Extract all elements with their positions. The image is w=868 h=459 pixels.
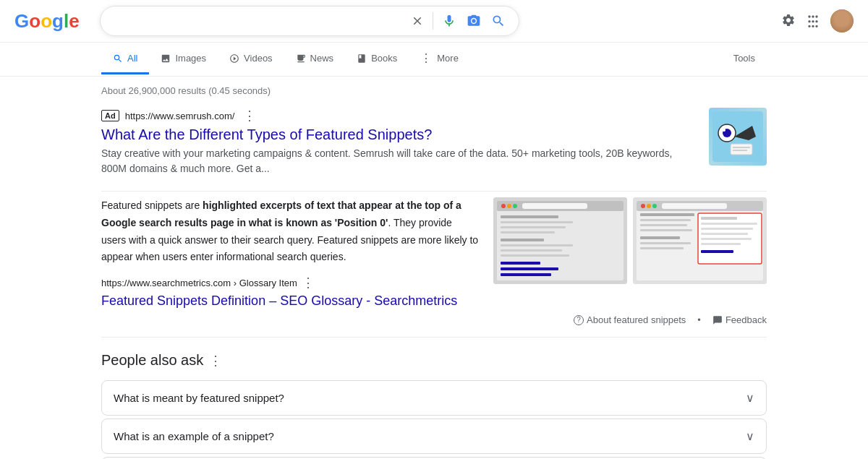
svg-rect-4 [731,144,752,155]
tab-more-label: More [437,53,459,64]
ad-header: Ad https://www.semrush.com/ ⋮ [101,108,697,124]
search-button[interactable] [490,12,507,30]
clear-button[interactable] [409,13,425,29]
search-icons [409,12,507,30]
svg-rect-15 [501,221,573,223]
close-icon [411,14,424,27]
avatar-image [830,9,854,33]
people-also-ask-section: People also ask ⋮ What is meant by featu… [101,352,767,459]
header: G o o g l e what is a featured snippet [0,0,868,43]
svg-point-10 [501,204,506,208]
ad-image-svg [712,111,763,162]
tab-images[interactable]: Images [149,44,218,74]
header-right [781,9,854,33]
apps-button[interactable] [806,13,820,30]
snippet-left: Featured snippets are highlighted excerp… [101,197,479,309]
paa-question-1-text: What is meant by featured snippet? [114,392,284,404]
svg-point-30 [652,204,657,208]
about-featured-snippets-button[interactable]: ? About featured snippets [574,314,686,325]
snippet-image-2-svg [633,197,767,284]
tab-books[interactable]: Books [345,44,409,74]
grid-icon [806,13,820,27]
svg-point-12 [513,204,517,208]
divider [433,12,433,30]
svg-rect-20 [501,249,562,252]
tab-tools[interactable]: Tools [722,44,767,74]
tab-all-label: All [127,53,137,64]
feedback-label: Feedback [726,314,767,325]
feedback-button[interactable]: Feedback [712,314,767,325]
svg-rect-34 [701,223,757,225]
voice-search-button[interactable] [441,12,458,30]
svg-rect-13 [522,203,587,209]
svg-rect-41 [640,219,691,221]
tab-videos[interactable]: Videos [218,44,284,74]
tab-videos-label: Videos [244,53,273,64]
main-content: About 26,900,000 results (0.45 seconds) … [0,77,868,459]
svg-rect-40 [640,213,694,216]
ad-description: Stay creative with your marketing campai… [101,146,697,176]
svg-rect-43 [640,229,692,231]
svg-point-29 [647,204,651,208]
svg-rect-42 [640,224,687,226]
camera-icon [467,14,481,28]
paa-title: People also ask [101,352,203,369]
chevron-down-icon-2: ∨ [746,429,754,443]
logo-letter-o2: o [41,10,52,33]
logo-letter-l: l [64,10,69,33]
featured-snippet: Featured snippets are highlighted excerp… [101,197,767,338]
ad-url: https://www.semrush.com/ [125,111,235,121]
question-icon: ? [574,315,584,325]
paa-header: People also ask ⋮ [101,352,767,369]
chevron-down-icon-1: ∨ [746,391,754,405]
svg-rect-33 [701,217,737,220]
snippet-image-2 [633,197,767,284]
svg-point-28 [641,204,645,208]
snippet-link[interactable]: Featured Snippets Definition – SEO Gloss… [101,293,479,309]
settings-button[interactable] [781,13,796,30]
image-search-button[interactable] [465,12,482,30]
tab-tools-label: Tools [733,53,755,64]
svg-rect-19 [501,244,573,246]
divider-1 [101,191,767,192]
tab-news-label: News [310,53,334,64]
ad-title[interactable]: What Are the Different Types of Featured… [101,126,432,142]
image-tab-icon [161,53,171,64]
paa-more-button[interactable]: ⋮ [209,353,222,369]
logo-letter-g2: g [52,10,64,33]
svg-rect-14 [501,215,558,218]
tab-images-label: Images [175,53,206,64]
snippet-source-url: https://www.searchmetrics.com › Glossary… [101,278,297,288]
svg-rect-17 [501,231,555,233]
microphone-icon [442,14,456,28]
svg-point-3 [723,129,726,132]
ad-more-button[interactable]: ⋮ [243,108,256,124]
tab-more[interactable]: ⋮ More [409,43,470,76]
svg-rect-38 [701,243,741,245]
search-bar: what is a featured snippet [100,6,519,36]
paa-question-2[interactable]: What is an example of a snippet? ∨ [102,419,766,453]
svg-rect-22 [501,262,540,265]
tab-news[interactable]: News [284,44,346,74]
paa-item-2: What is an example of a snippet? ∨ [101,419,767,454]
ad-image [709,108,767,166]
svg-rect-31 [662,203,727,209]
svg-rect-18 [501,239,544,241]
avatar[interactable] [830,9,854,33]
tab-all[interactable]: All [101,44,149,74]
ad-badge: Ad [101,110,119,121]
snippet-source: https://www.searchmetrics.com › Glossary… [101,275,479,291]
svg-rect-39 [701,250,733,253]
svg-rect-23 [501,267,558,270]
snippet-more-button[interactable]: ⋮ [302,275,315,291]
search-tab-icon [113,53,123,64]
snippet-images [493,197,767,309]
svg-rect-24 [501,273,551,276]
svg-rect-44 [640,236,680,239]
search-icon [491,14,506,28]
search-input[interactable]: what is a featured snippet [112,14,404,27]
svg-rect-16 [501,226,566,228]
dot-separator: • [697,314,701,325]
paa-question-1[interactable]: What is meant by featured snippet? ∨ [102,381,766,415]
search-bar-wrapper: what is a featured snippet [100,6,519,36]
